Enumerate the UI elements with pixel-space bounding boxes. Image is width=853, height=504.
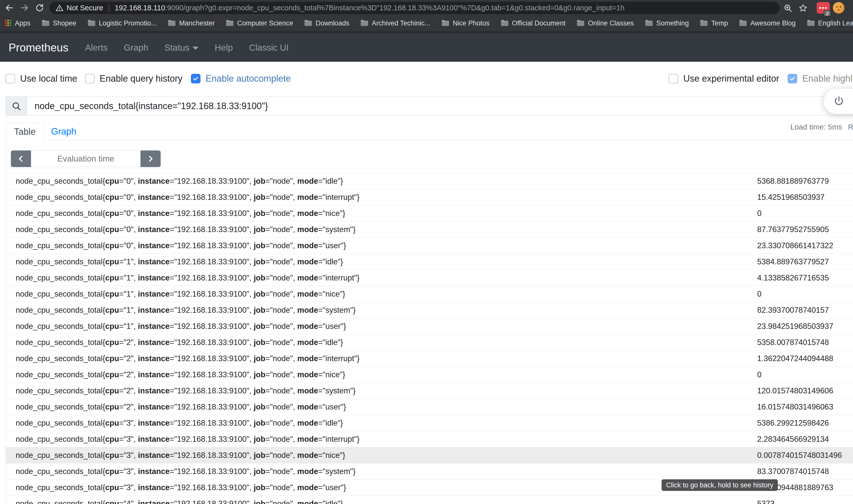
chevron-left-icon bbox=[17, 155, 25, 163]
metric-value: 0 bbox=[757, 370, 762, 379]
bookmark-nice-photos[interactable]: Nice Photos bbox=[441, 19, 490, 27]
folder-icon bbox=[226, 20, 234, 26]
tab-graph[interactable]: Graph bbox=[44, 123, 83, 140]
bookmark-something[interactable]: Something bbox=[645, 19, 689, 27]
metric-value: 15.4251968503937 bbox=[757, 193, 824, 202]
bookmark-archived-techinic-[interactable]: Archived Techinic... bbox=[361, 19, 430, 27]
option-label: Use experimental editor bbox=[683, 73, 779, 84]
metric-labels: node_cpu_seconds_total{cpu="0", instance… bbox=[5, 225, 355, 234]
tab-table[interactable]: Table bbox=[5, 123, 44, 140]
browser-back-button[interactable] bbox=[3, 2, 15, 14]
folder-icon bbox=[739, 20, 747, 26]
chevron-right-icon bbox=[147, 155, 154, 163]
expression-input[interactable] bbox=[27, 96, 853, 116]
checkbox-icon[interactable] bbox=[5, 74, 15, 84]
forward-arrow-icon bbox=[20, 3, 29, 12]
folder-icon bbox=[739, 20, 747, 27]
metric-value: 0 bbox=[757, 290, 762, 299]
bookmark-apps[interactable]: Apps bbox=[4, 19, 31, 28]
option-label: Use local time bbox=[20, 73, 77, 84]
folder-icon bbox=[304, 20, 312, 26]
folder-icon bbox=[577, 20, 585, 26]
table-row: node_cpu_seconds_total{cpu="1", instance… bbox=[5, 286, 853, 302]
bookmark-logistic-promotio-[interactable]: Logistic Promotio... bbox=[88, 19, 157, 27]
bookmark-online-classes[interactable]: Online Classes bbox=[577, 19, 634, 27]
apps-grid-icon bbox=[4, 19, 12, 28]
folder-icon bbox=[168, 20, 176, 27]
nav-help[interactable]: Help bbox=[215, 42, 233, 53]
browser-reload-button[interactable] bbox=[34, 2, 46, 14]
folder-icon bbox=[88, 20, 95, 27]
nav-graph[interactable]: Graph bbox=[124, 42, 148, 53]
eval-time-back-button[interactable] bbox=[11, 150, 31, 167]
bookmark-label: Shopee bbox=[53, 19, 76, 27]
address-bar[interactable]: Not Secure 192.168.18.110:9090/graph?g0.… bbox=[49, 2, 780, 14]
search-icon bbox=[12, 101, 21, 111]
table-row: node_cpu_seconds_total{cpu="1", instance… bbox=[5, 302, 853, 318]
metric-labels: node_cpu_seconds_total{cpu="3", instance… bbox=[5, 435, 360, 444]
folder-icon bbox=[304, 20, 312, 27]
bookmark-label: Awesome Blog bbox=[750, 19, 796, 27]
table-row: node_cpu_seconds_total{cpu="4", instance… bbox=[5, 496, 853, 504]
metric-labels: node_cpu_seconds_total{cpu="1", instance… bbox=[5, 257, 343, 266]
back-arrow-icon bbox=[5, 3, 14, 12]
option-label: Enable autocomplete bbox=[206, 73, 291, 84]
bookmark-star-button[interactable] bbox=[798, 2, 808, 14]
folder-icon bbox=[168, 20, 176, 26]
bookmark-official-document[interactable]: Official Document bbox=[501, 19, 566, 27]
metric-labels: node_cpu_seconds_total{cpu="1", instance… bbox=[5, 273, 360, 283]
folder-icon bbox=[807, 20, 815, 26]
nav-alerts[interactable]: Alerts bbox=[85, 42, 107, 53]
nav-classic-ui[interactable]: Classic UI bbox=[249, 42, 289, 53]
url-text: 192.168.18.110:9090/graph?g0.expr=node_c… bbox=[115, 4, 625, 12]
option-enable-query-history[interactable]: Enable query history bbox=[85, 73, 182, 84]
table-row: node_cpu_seconds_total{cpu="0", instance… bbox=[5, 221, 853, 237]
table-row: node_cpu_seconds_total{cpu="2", instance… bbox=[5, 366, 853, 382]
metric-labels: node_cpu_seconds_total{cpu="0", instance… bbox=[5, 193, 360, 202]
option-use-experimental-editor[interactable]: Use experimental editor bbox=[668, 73, 779, 84]
folder-icon bbox=[700, 20, 708, 26]
nav-status[interactable]: Status bbox=[164, 42, 198, 53]
browser-profile-avatar[interactable] bbox=[833, 2, 845, 14]
checkbox-icon[interactable] bbox=[191, 74, 201, 84]
bookmark-computer-science[interactable]: Computer Science bbox=[226, 19, 293, 27]
floating-power-button[interactable] bbox=[824, 89, 853, 114]
metric-value: 5386.299212598426 bbox=[757, 418, 829, 428]
evaluation-time-input[interactable] bbox=[31, 150, 140, 167]
checkbox-icon[interactable] bbox=[788, 74, 797, 84]
table-row: node_cpu_seconds_total{cpu="1", instance… bbox=[5, 318, 853, 334]
metric-value: 5358.007874015748 bbox=[757, 338, 829, 347]
option-enable-autocomplete[interactable]: Enable autocomplete bbox=[191, 73, 291, 84]
table-row: node_cpu_seconds_total{cpu="2", instance… bbox=[5, 382, 853, 399]
bookmark-awesome-blog[interactable]: Awesome Blog bbox=[739, 19, 796, 27]
checkbox-icon[interactable] bbox=[85, 74, 94, 84]
chevron-down-icon bbox=[192, 47, 198, 50]
prometheus-brand[interactable]: Prometheus bbox=[8, 41, 68, 54]
remove-panel-clipped-label[interactable]: R bbox=[848, 123, 853, 131]
table-row: node_cpu_seconds_total{cpu="2", instance… bbox=[5, 334, 853, 350]
metric-value: 16.015748031496063 bbox=[757, 402, 833, 412]
checkbox-icon[interactable] bbox=[668, 74, 678, 84]
bookmark-downloads[interactable]: Downloads bbox=[304, 19, 349, 27]
metric-value: 23.330708661417322 bbox=[757, 241, 833, 250]
option-use-local-time[interactable]: Use local time bbox=[5, 73, 77, 84]
browser-forward-button[interactable] bbox=[19, 2, 30, 14]
bookmark-shopee[interactable]: Shopee bbox=[41, 19, 76, 27]
metric-value: 120.01574803149606 bbox=[757, 386, 833, 395]
eval-time-forward-button[interactable] bbox=[140, 150, 161, 167]
metric-labels: node_cpu_seconds_total{cpu="0", instance… bbox=[5, 241, 346, 250]
metric-value: 23.984251968503937 bbox=[757, 322, 833, 331]
folder-icon bbox=[700, 20, 708, 27]
bookmark-english-learning[interactable]: English Learning bbox=[807, 19, 853, 27]
bookmark-label: Logistic Promotio... bbox=[99, 19, 157, 27]
bookmark-label: Manchester bbox=[179, 19, 215, 27]
option-label: Enable query history bbox=[100, 73, 182, 84]
prometheus-navbar: Prometheus Alerts Graph Status Help Clas… bbox=[0, 34, 853, 62]
bookmark-temp[interactable]: Temp bbox=[700, 19, 728, 27]
folder-icon bbox=[441, 20, 450, 26]
option-enable-highlighting[interactable]: Enable highlighting bbox=[788, 73, 853, 84]
bookmarks-bar: Apps Shopee Logistic Promotio... Manches… bbox=[0, 16, 853, 31]
zoom-search-button[interactable] bbox=[782, 2, 794, 14]
metric-labels: node_cpu_seconds_total{cpu="0", instance… bbox=[5, 209, 345, 218]
bookmark-manchester[interactable]: Manchester bbox=[168, 19, 215, 27]
